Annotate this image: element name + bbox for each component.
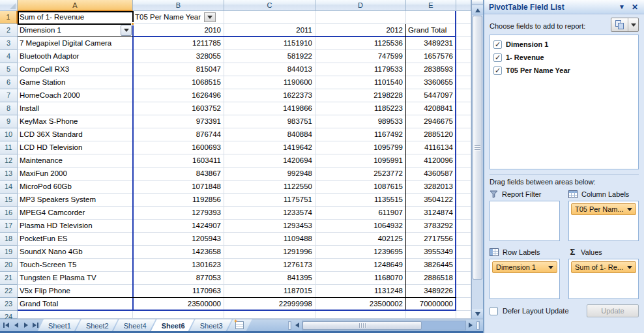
cell-A8[interactable]: Install: [18, 102, 133, 115]
row-header-24[interactable]: 24: [0, 311, 18, 319]
cell-E12[interactable]: 4120096: [406, 154, 456, 167]
row-header-15[interactable]: 15: [0, 194, 18, 207]
cell-F18[interactable]: [456, 233, 471, 246]
cell-D9[interactable]: 989533: [315, 115, 406, 128]
cell-F11[interactable]: [456, 141, 471, 154]
cell-B2[interactable]: 2010: [133, 24, 224, 37]
cell-F16[interactable]: [456, 207, 471, 220]
cell-A23[interactable]: Grand Total: [18, 298, 133, 311]
cell-A18[interactable]: PocketFun ES: [18, 233, 133, 246]
vscroll-track[interactable]: [472, 280, 483, 309]
cell-D13[interactable]: 2523772: [315, 167, 406, 181]
cell-B11[interactable]: 1600693: [133, 141, 224, 154]
cell-D2[interactable]: 2012: [315, 24, 406, 37]
cell-E16[interactable]: 3124874: [406, 207, 456, 220]
cell-A24[interactable]: [18, 311, 133, 319]
cell-B16[interactable]: 1279393: [133, 207, 224, 220]
cell-F9[interactable]: [456, 115, 471, 128]
cell-A5[interactable]: CompCell RX3: [18, 63, 133, 76]
cell-C11[interactable]: 1419642: [224, 141, 315, 154]
cell-E7[interactable]: 5447097: [406, 89, 456, 102]
cell-E22[interactable]: 3489226: [406, 285, 456, 298]
cell-F10[interactable]: [456, 128, 471, 141]
hscroll-split-handle-right[interactable]: [476, 321, 480, 330]
col-header-C[interactable]: C: [224, 0, 315, 11]
cell-D22[interactable]: 1131248: [315, 285, 406, 298]
sheet-tab-sheet6[interactable]: Sheet6: [151, 319, 194, 331]
pill-dropdown-icon[interactable]: [548, 266, 553, 269]
cell-A13[interactable]: MaxiFun 2000: [18, 167, 133, 181]
cell-C3[interactable]: 1151910: [224, 37, 315, 50]
cell-D7[interactable]: 2198228: [315, 89, 406, 102]
cell-B13[interactable]: 843867: [133, 167, 224, 181]
row-header-7[interactable]: 7: [0, 89, 18, 102]
cell-D14[interactable]: 1087615: [315, 181, 406, 194]
select-all-button[interactable]: [0, 0, 18, 11]
sheet-tab-sheet2[interactable]: Sheet2: [76, 319, 118, 331]
cell-B24[interactable]: [133, 311, 224, 319]
pill-dropdown-icon[interactable]: [627, 208, 632, 211]
previous-sheet-button[interactable]: [12, 321, 20, 330]
row-header-16[interactable]: 16: [0, 207, 18, 220]
cell-D8[interactable]: 1185223: [315, 102, 406, 115]
field-checkbox[interactable]: ✓: [493, 40, 502, 49]
cell-F17[interactable]: [456, 220, 471, 233]
cell-C8[interactable]: 1419866: [224, 102, 315, 115]
cell-D5[interactable]: 1179533: [315, 63, 406, 76]
hscroll-thumb[interactable]: [302, 321, 422, 330]
cell-E15[interactable]: 3504122: [406, 194, 456, 207]
cell-C14[interactable]: 1122550: [224, 181, 315, 194]
cell-D18[interactable]: 402125: [315, 233, 406, 246]
field-pill[interactable]: Dimension 1: [492, 261, 557, 273]
horizontal-scrollbar[interactable]: [287, 319, 483, 331]
row-header-17[interactable]: 17: [0, 220, 18, 233]
field-pill[interactable]: T05 Per Nam...: [571, 203, 636, 215]
cell-C2[interactable]: 2011: [224, 24, 315, 37]
cell-C15[interactable]: 1175751: [224, 194, 315, 207]
row-header-5[interactable]: 5: [0, 63, 18, 76]
pane-close-button[interactable]: ✕: [628, 3, 639, 12]
cell-E18[interactable]: 2717556: [406, 233, 456, 246]
cell-F4[interactable]: [456, 50, 471, 63]
cell-F1[interactable]: [456, 11, 471, 24]
row-labels-filter-button[interactable]: [121, 25, 132, 36]
scroll-left-button[interactable]: [293, 321, 302, 330]
field-pill[interactable]: Sum of 1- Re...: [571, 261, 636, 273]
pane-menu-button[interactable]: ▼: [616, 3, 628, 10]
cell-C6[interactable]: 1190600: [224, 76, 315, 89]
cell-E17[interactable]: 3783292: [406, 220, 456, 233]
layout-dropdown-arrow[interactable]: [628, 18, 638, 31]
cell-C10[interactable]: 840884: [224, 128, 315, 141]
field-list-item[interactable]: ✓1- Revenue: [493, 51, 635, 64]
hscroll-split-handle[interactable]: [288, 321, 291, 330]
cell-F12[interactable]: [456, 154, 471, 167]
row-header-3[interactable]: 3: [0, 37, 18, 50]
cell-D6[interactable]: 1101540: [315, 76, 406, 89]
cell-D1[interactable]: [315, 11, 406, 24]
col-header-B[interactable]: B: [133, 0, 224, 11]
next-sheet-button[interactable]: [22, 321, 30, 330]
cell-E8[interactable]: 4208841: [406, 102, 456, 115]
cell-B15[interactable]: 1192856: [133, 194, 224, 207]
cell-D3[interactable]: 1125536: [315, 37, 406, 50]
cell-F24[interactable]: [456, 311, 471, 319]
cell-E20[interactable]: 3826445: [406, 259, 456, 272]
row-header-23[interactable]: 23: [0, 298, 18, 311]
row-header-10[interactable]: 10: [0, 128, 18, 141]
cell-E6[interactable]: 3360655: [406, 76, 456, 89]
cell-F14[interactable]: [456, 181, 471, 194]
cell-D4[interactable]: 747599: [315, 50, 406, 63]
cell-D17[interactable]: 1064932: [315, 220, 406, 233]
cell-D20[interactable]: 1248649: [315, 259, 406, 272]
cell-D23[interactable]: 23500002: [315, 298, 406, 311]
cell-F8[interactable]: [456, 102, 471, 115]
update-button[interactable]: Update: [587, 304, 639, 317]
cell-F13[interactable]: [456, 167, 471, 181]
row-labels-box[interactable]: Dimension 1: [490, 259, 560, 299]
cell-E13[interactable]: 4360587: [406, 167, 456, 181]
cell-F6[interactable]: [456, 76, 471, 89]
report-filter-box[interactable]: [490, 201, 560, 241]
cell-A4[interactable]: Bluetooth Adaptor: [18, 50, 133, 63]
row-header-14[interactable]: 14: [0, 181, 18, 194]
cell-F22[interactable]: [456, 285, 471, 298]
